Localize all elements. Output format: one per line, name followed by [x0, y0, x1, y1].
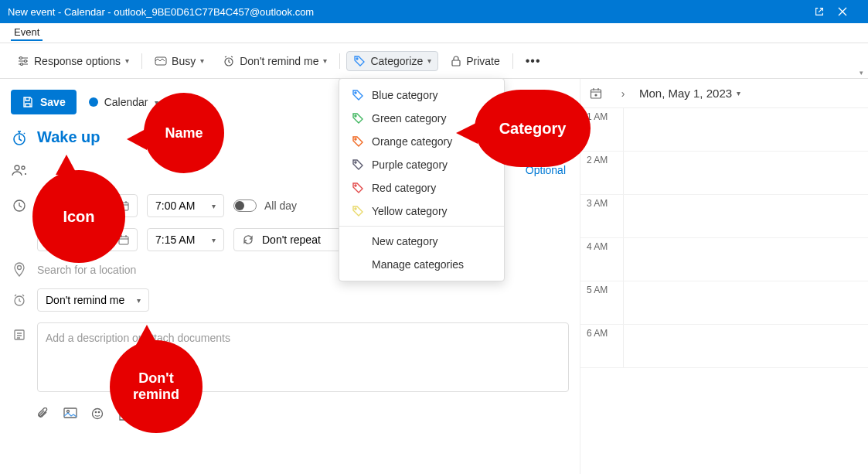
people-icon — [11, 163, 28, 177]
svg-point-18 — [93, 409, 103, 419]
jump-to-date-icon[interactable] — [590, 87, 607, 100]
next-day-icon[interactable]: › — [614, 87, 631, 100]
category-option[interactable]: Yellow category — [339, 199, 504, 223]
tag-icon — [352, 205, 364, 217]
svg-point-27 — [355, 185, 356, 186]
all-day-toggle[interactable]: All day — [233, 199, 297, 212]
svg-rect-16 — [64, 408, 77, 418]
categorize-label: Categorize — [370, 55, 423, 67]
tag-icon — [352, 112, 364, 124]
categorize-button[interactable]: Categorize ▾ — [346, 51, 438, 71]
popout-icon[interactable] — [814, 6, 837, 17]
hour-label: 4 AM — [580, 238, 624, 281]
stopwatch-icon — [11, 129, 28, 146]
svg-point-22 — [595, 94, 597, 96]
calendar-hour-row[interactable]: 3 AM — [580, 195, 868, 238]
svg-rect-6 — [452, 60, 460, 66]
tag-icon — [352, 159, 364, 171]
tag-icon — [352, 89, 364, 101]
tag-icon — [353, 55, 366, 67]
reminder-field[interactable]: Don't remind me ▾ — [37, 288, 149, 312]
annotation-remind: Don't remind — [110, 340, 203, 433]
category-option[interactable]: Red category — [339, 176, 504, 199]
attach-file-icon[interactable] — [37, 408, 49, 421]
tab-event[interactable]: Event — [11, 25, 43, 41]
tag-icon — [352, 135, 364, 148]
reminder-value: Don't remind me — [46, 294, 124, 306]
clock-icon — [11, 199, 28, 213]
chevron-down-icon: ▾ — [323, 56, 327, 65]
start-time-value: 7:00 AM — [155, 199, 195, 212]
response-options-label: Response options — [34, 55, 121, 67]
description-input[interactable] — [46, 332, 560, 344]
busy-button[interactable]: Busy ▾ — [148, 52, 210, 70]
svg-point-17 — [67, 411, 70, 413]
calendar-hour-row[interactable]: 6 AM — [580, 325, 868, 368]
svg-point-25 — [355, 138, 356, 140]
category-option[interactable]: Purple category — [339, 153, 504, 176]
end-time-field[interactable]: 7:15 AM ▾ — [147, 228, 224, 251]
svg-point-19 — [95, 411, 96, 412]
svg-point-23 — [355, 92, 356, 94]
reminder-button[interactable]: Don't remind me ▾ — [216, 52, 333, 70]
tag-icon — [352, 182, 364, 194]
private-label: Private — [466, 55, 500, 67]
toolbar-expand-icon[interactable]: ▾ — [859, 69, 863, 77]
chevron-down-icon: ▾ — [212, 202, 216, 210]
emoji-icon[interactable] — [91, 408, 104, 421]
manage-categories-option[interactable]: Manage categories — [339, 253, 504, 276]
attachment-bar — [11, 403, 569, 421]
annotation-category: Category — [475, 90, 591, 167]
chevron-down-icon: ▾ — [200, 56, 204, 65]
calendar-hour-row[interactable]: 1 AM — [580, 108, 868, 152]
chevron-down-icon: ▾ — [212, 236, 216, 244]
svg-point-26 — [355, 162, 356, 163]
end-time-value: 7:15 AM — [155, 234, 195, 246]
calendar-name: Calendar — [104, 96, 148, 108]
toggle-switch[interactable] — [233, 199, 257, 212]
category-option[interactable]: Blue category — [339, 84, 504, 107]
calendar-selector[interactable]: Calendar ▾ — [89, 96, 158, 108]
repeat-icon — [242, 234, 254, 245]
calendar-date-picker[interactable]: Mon, May 1, 2023 ▾ — [639, 87, 740, 100]
all-day-label: All day — [264, 199, 297, 212]
calendar-grid[interactable]: 1 AM2 AM3 AM4 AM5 AM6 AM — [580, 107, 868, 474]
svg-point-9 — [22, 166, 25, 169]
calendar-hour-row[interactable]: 5 AM — [580, 281, 868, 325]
insert-image-icon[interactable] — [63, 408, 77, 421]
calendar-preview: › Mon, May 1, 2023 ▾ 1 AM2 AM3 AM4 AM5 A… — [580, 79, 868, 474]
hour-label: 5 AM — [580, 281, 624, 324]
svg-point-0 — [20, 56, 22, 59]
annotation-name: Name — [144, 93, 224, 173]
hour-label: 3 AM — [580, 195, 624, 237]
new-category-option[interactable]: New category — [339, 230, 504, 253]
title-bar: New event - Calendar - outlook_9BE0D61C7… — [0, 0, 868, 23]
alarm-icon — [223, 55, 235, 67]
more-options-button[interactable]: ••• — [519, 51, 547, 71]
close-icon[interactable] — [837, 6, 860, 17]
chevron-down-icon: ▾ — [137, 296, 141, 305]
divider — [141, 53, 142, 69]
calendar-color-dot — [89, 97, 98, 107]
response-options-button[interactable]: Response options ▾ — [11, 52, 135, 70]
start-time-field[interactable]: 7:00 AM ▾ — [147, 194, 224, 217]
lock-icon — [451, 55, 461, 67]
private-button[interactable]: Private — [444, 52, 506, 70]
toolbar: Response options ▾ Busy ▾ Don't remind m… — [0, 43, 868, 79]
svg-point-2 — [21, 63, 23, 65]
recurrence-label: Don't repeat — [262, 234, 321, 246]
save-label: Save — [40, 96, 66, 108]
svg-rect-12 — [119, 237, 128, 244]
annotation-icon: Icon — [32, 170, 125, 263]
busy-label: Busy — [172, 55, 196, 67]
calendar-date-label: Mon, May 1, 2023 — [639, 87, 732, 100]
location-icon — [11, 262, 28, 278]
save-button[interactable]: Save — [11, 90, 77, 114]
svg-point-20 — [98, 411, 99, 412]
reminder-label: Don't remind me — [240, 55, 318, 67]
chevron-down-icon: ▾ — [737, 89, 740, 97]
window-title: New event - Calendar - outlook_9BE0D61C7… — [8, 6, 814, 18]
calendar-hour-row[interactable]: 2 AM — [580, 152, 868, 195]
calendar-hour-row[interactable]: 4 AM — [580, 238, 868, 281]
busy-icon — [155, 56, 167, 66]
